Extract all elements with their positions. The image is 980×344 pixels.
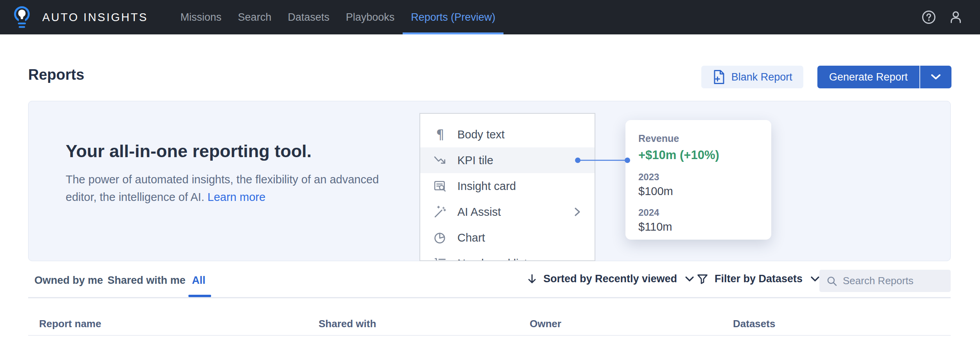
insert-element-menu: ¶ Body text KPI tile Insight c bbox=[419, 113, 595, 261]
column-header-report-name[interactable]: Report name bbox=[39, 318, 101, 330]
column-header-owner[interactable]: Owner bbox=[530, 318, 561, 330]
generate-report-split-button: Generate Report bbox=[817, 66, 951, 88]
menu-item-ai-assist[interactable]: AI Assist bbox=[420, 199, 595, 225]
pie-chart-icon bbox=[434, 231, 447, 244]
nav-item-reports-preview[interactable]: Reports (Preview) bbox=[403, 0, 503, 34]
kpi-year-2024: 2024 bbox=[638, 207, 771, 218]
nav-right-icons bbox=[921, 9, 964, 25]
kpi-year-2023: 2023 bbox=[638, 172, 771, 183]
column-header-datasets[interactable]: Datasets bbox=[733, 318, 775, 330]
search-icon bbox=[826, 276, 837, 287]
banner-description-line1: The power of automated insights, the fle… bbox=[66, 173, 379, 186]
primary-nav: Missions Search Datasets Playbooks Repor… bbox=[172, 0, 504, 34]
insight-card-icon bbox=[434, 179, 447, 193]
app-logo-lightbulb-icon[interactable] bbox=[12, 5, 32, 29]
nav-item-datasets[interactable]: Datasets bbox=[279, 0, 338, 34]
active-tab-underline bbox=[188, 295, 211, 297]
table-header-divider bbox=[28, 335, 951, 336]
sort-dropdown[interactable]: Sorted by Recently viewed bbox=[527, 273, 694, 285]
search-reports-input[interactable] bbox=[843, 275, 944, 287]
tab-owned-by-me[interactable]: Owned by me bbox=[34, 274, 103, 287]
insert-menu-list: ¶ Body text KPI tile Insight c bbox=[420, 114, 595, 261]
page-title: Reports bbox=[28, 66, 84, 83]
nav-item-playbooks[interactable]: Playbooks bbox=[338, 0, 403, 34]
brand-title: AUTO INSIGHTS bbox=[42, 11, 148, 24]
menu-item-kpi-tile[interactable]: KPI tile bbox=[420, 147, 595, 173]
blank-report-label: Blank Report bbox=[731, 71, 792, 83]
kpi-tile-preview-card: Revenue +$10m (+10%) 2023 $100m 2024 $11… bbox=[625, 120, 771, 240]
blank-report-doc-plus-icon bbox=[712, 69, 726, 85]
chevron-down-icon bbox=[930, 73, 941, 81]
pilcrow-icon: ¶ bbox=[434, 128, 447, 141]
banner-headline: Your all-in-one reporting tool. bbox=[66, 141, 312, 161]
menu-item-body-text[interactable]: ¶ Body text bbox=[420, 122, 595, 147]
tabs-divider bbox=[28, 297, 951, 298]
menu-item-chart[interactable]: Chart bbox=[420, 225, 595, 251]
filter-dropdown[interactable]: Filter by Datasets bbox=[697, 273, 820, 285]
top-navbar: AUTO INSIGHTS Missions Search Datasets P… bbox=[0, 0, 980, 34]
kpi-title: Revenue bbox=[638, 133, 771, 144]
arrow-down-icon bbox=[527, 273, 537, 285]
nav-item-missions[interactable]: Missions bbox=[172, 0, 230, 34]
user-account-icon[interactable] bbox=[948, 9, 964, 25]
search-reports-box bbox=[819, 270, 951, 292]
chevron-down-icon bbox=[685, 276, 694, 282]
sort-label: Sorted by Recently viewed bbox=[543, 273, 677, 285]
blank-report-button[interactable]: Blank Report bbox=[701, 66, 803, 88]
generate-report-label: Generate Report bbox=[829, 71, 908, 83]
header-actions: Blank Report Generate Report bbox=[701, 66, 951, 88]
help-icon[interactable] bbox=[921, 10, 936, 25]
ai-wand-icon bbox=[434, 205, 447, 219]
generate-report-dropdown-toggle[interactable] bbox=[919, 66, 951, 88]
menu-item-numbered-list[interactable]: Numbered list bbox=[420, 251, 595, 261]
tab-shared-with-me[interactable]: Shared with me bbox=[107, 274, 186, 287]
chevron-right-icon bbox=[573, 206, 581, 217]
filter-funnel-icon bbox=[697, 273, 708, 285]
column-header-shared-with[interactable]: Shared with bbox=[319, 318, 376, 330]
learn-more-link[interactable]: Learn more bbox=[208, 191, 265, 203]
chevron-down-icon bbox=[810, 276, 820, 282]
banner-description: The power of automated insights, the fle… bbox=[66, 171, 379, 206]
filter-label: Filter by Datasets bbox=[715, 273, 803, 285]
kpi-trend-icon bbox=[434, 154, 447, 167]
banner-description-line2: editor, the intelligence of AI. bbox=[66, 191, 204, 203]
menu-item-insight-card[interactable]: Insight card bbox=[420, 173, 595, 199]
generate-report-button[interactable]: Generate Report bbox=[817, 66, 919, 88]
kpi-value-2024: $110m bbox=[638, 220, 771, 233]
nav-item-search[interactable]: Search bbox=[230, 0, 280, 34]
numbered-list-icon bbox=[434, 257, 447, 261]
kpi-value-2023: $100m bbox=[638, 185, 771, 198]
kpi-delta-value: +$10m (+10%) bbox=[638, 148, 771, 162]
tab-all[interactable]: All bbox=[192, 274, 206, 287]
